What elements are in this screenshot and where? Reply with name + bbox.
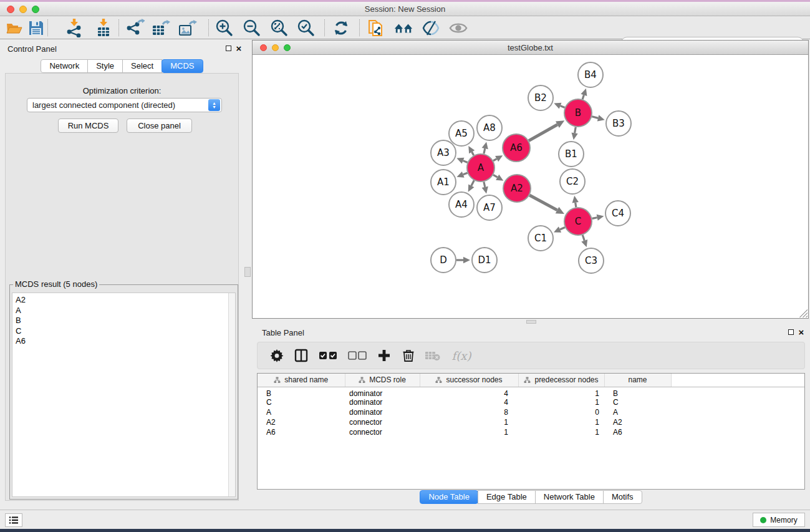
style-preview-icon[interactable] — [421, 18, 441, 38]
table-row[interactable]: A2connector11A2 — [258, 417, 804, 427]
result-list-scrollbar[interactable] — [228, 293, 235, 496]
tab-mcds[interactable]: MCDS — [162, 59, 203, 73]
table-row[interactable]: A6connector11A6 — [258, 427, 804, 437]
result-list-item[interactable]: A6 — [12, 336, 235, 347]
column-header[interactable]: predecessor nodes — [518, 374, 604, 387]
graph-edge-A-A8[interactable] — [482, 142, 488, 153]
tab-network-table[interactable]: Network Table — [535, 490, 604, 504]
graph-node-C[interactable]: C — [564, 208, 592, 235]
graph-edge-C-C3[interactable] — [581, 235, 587, 247]
tab-edge-table[interactable]: Edge Table — [478, 490, 536, 504]
import-network-icon[interactable] — [64, 18, 84, 38]
graph-node-A3[interactable]: A3 — [431, 140, 456, 165]
memory-button[interactable]: Memory — [753, 513, 805, 527]
graph-edge-A-A5[interactable] — [468, 146, 475, 155]
graph-node-A[interactable]: A — [467, 154, 494, 181]
show-log-console-button[interactable] — [5, 513, 22, 527]
toggle-column-view-icon[interactable] — [293, 347, 309, 364]
open-session-icon[interactable] — [4, 18, 24, 38]
unselect-all-columns-icon[interactable] — [347, 347, 368, 364]
horizontal-split-divider[interactable] — [252, 319, 810, 324]
float-panel-icon[interactable] — [224, 44, 233, 52]
function-builder-icon[interactable]: f(x) — [449, 347, 474, 364]
graph-edge-B-B1[interactable] — [571, 127, 577, 140]
import-table-icon[interactable] — [94, 18, 113, 38]
tab-motifs[interactable]: Motifs — [603, 490, 642, 504]
float-table-panel-icon[interactable] — [786, 327, 795, 336]
window-resize-grip[interactable] — [799, 309, 808, 317]
graph-edge-B-B2[interactable] — [554, 103, 564, 109]
graph-node-A4[interactable]: A4 — [449, 192, 474, 217]
network-canvas[interactable]: AA1A2A3A4A5A6A7A8BB1B2B3B4CC1C2C3C4DD1 — [253, 55, 808, 318]
graph-edge-D-D1[interactable] — [456, 257, 470, 263]
select-all-columns-icon[interactable] — [317, 347, 339, 364]
graph-node-A8[interactable]: A8 — [477, 115, 502, 140]
graph-edge-C-C2[interactable] — [572, 196, 579, 207]
graph-edge-A-A6[interactable] — [493, 155, 503, 162]
optimization-criterion-select[interactable]: largest connected component (directed) ▲… — [27, 98, 222, 112]
graph-node-B3[interactable]: B3 — [606, 111, 631, 136]
export-image-icon[interactable] — [177, 18, 197, 38]
graph-edge-A-A4[interactable] — [468, 180, 475, 191]
tab-network[interactable]: Network — [41, 59, 88, 73]
delete-table-icon[interactable] — [425, 347, 441, 364]
graph-edge-A6-B[interactable] — [529, 120, 564, 140]
create-column-icon[interactable] — [376, 347, 392, 364]
divider-grip[interactable] — [244, 267, 251, 277]
home-icon[interactable] — [393, 18, 413, 38]
result-list-item[interactable]: C — [12, 326, 235, 337]
zoom-selected-icon[interactable] — [296, 18, 316, 38]
network-file-icon[interactable] — [367, 18, 387, 38]
graph-node-A2[interactable]: A2 — [503, 175, 531, 202]
graph-edge-C-C1[interactable] — [554, 226, 565, 232]
refresh-icon[interactable] — [331, 18, 351, 38]
save-session-icon[interactable] — [26, 18, 46, 38]
graph-node-B2[interactable]: B2 — [528, 85, 553, 110]
table-row[interactable]: Cdominator41C — [258, 398, 804, 408]
graph-node-D[interactable]: D — [431, 248, 456, 273]
result-list-item[interactable]: A2 — [12, 295, 235, 306]
graph-edge-C-C4[interactable] — [592, 215, 604, 221]
close-panel-icon[interactable]: × — [234, 44, 243, 52]
show-hide-icon[interactable] — [448, 18, 468, 38]
table-settings-icon[interactable] — [269, 347, 285, 364]
graph-node-B[interactable]: B — [564, 99, 592, 127]
tab-style[interactable]: Style — [87, 59, 123, 73]
graph-node-A6[interactable]: A6 — [503, 134, 530, 162]
zoom-in-icon[interactable] — [215, 18, 234, 38]
graph-edge-A-A7[interactable] — [482, 181, 488, 193]
close-panel-button[interactable]: Close panel — [127, 118, 192, 133]
column-header[interactable]: name — [604, 374, 671, 387]
table-row[interactable]: Bdominator41B — [258, 387, 804, 398]
export-table-icon[interactable] — [150, 18, 170, 38]
graph-node-A1[interactable]: A1 — [431, 170, 456, 195]
graph-edge-A-A2[interactable] — [493, 175, 503, 181]
zoom-fit-icon[interactable] — [269, 18, 289, 38]
graph-node-B4[interactable]: B4 — [578, 62, 603, 87]
column-header[interactable]: shared name — [258, 374, 345, 387]
graph-node-C2[interactable]: C2 — [560, 169, 585, 194]
column-header[interactable]: MCDS role — [345, 374, 420, 387]
result-list-item[interactable]: A — [12, 306, 235, 316]
tab-node-table[interactable]: Node Table — [420, 490, 478, 504]
divider-grip[interactable] — [526, 320, 536, 324]
graph-node-A7[interactable]: A7 — [477, 195, 502, 220]
column-header[interactable]: successor nodes — [420, 374, 518, 387]
vertical-split-divider[interactable] — [244, 39, 252, 507]
result-list-item[interactable]: B — [12, 316, 235, 326]
tab-select[interactable]: Select — [122, 59, 162, 73]
graph-node-C1[interactable]: C1 — [528, 226, 553, 251]
table-row[interactable]: Adominator80A — [258, 407, 804, 417]
graph-node-A5[interactable]: A5 — [449, 121, 474, 146]
zoom-out-icon[interactable] — [242, 18, 262, 38]
delete-column-icon[interactable] — [400, 347, 417, 364]
graph-node-C3[interactable]: C3 — [579, 248, 604, 273]
close-table-panel-icon[interactable]: × — [797, 327, 806, 336]
graph-edge-A-A1[interactable] — [456, 172, 467, 178]
export-network-icon[interactable] — [125, 18, 145, 38]
graph-edge-A2-C[interactable] — [529, 195, 564, 214]
graph-node-C4[interactable]: C4 — [605, 201, 630, 226]
graph-node-D1[interactable]: D1 — [472, 248, 497, 273]
graph-node-B1[interactable]: B1 — [559, 142, 584, 167]
run-mcds-button[interactable]: Run MCDS — [58, 118, 118, 133]
